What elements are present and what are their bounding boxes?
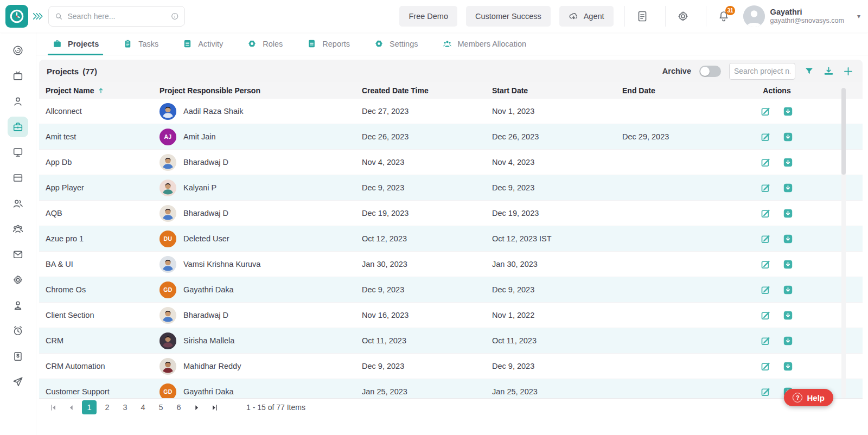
page-button-1[interactable]: 1 [82, 400, 97, 414]
edit-project-button[interactable] [760, 284, 771, 296]
column-created-date[interactable]: Created Date Time [362, 86, 492, 95]
sidebar-item-send[interactable] [8, 372, 28, 392]
previous-page-button[interactable] [64, 400, 79, 414]
chevron-down-icon[interactable]: ▾ [857, 12, 860, 20]
tab-settings[interactable]: Settings [374, 33, 418, 55]
tab-projects[interactable]: Projects [52, 33, 99, 55]
created-date: Jan 30, 2023 [362, 260, 492, 268]
free-demo-button[interactable]: Free Demo [399, 6, 457, 27]
tv-icon [12, 70, 24, 82]
scrollbar-thumb[interactable] [841, 88, 846, 175]
edit-project-button[interactable] [760, 361, 771, 372]
edit-project-button[interactable] [760, 335, 771, 347]
tab-reports[interactable]: Reports [307, 33, 350, 55]
table-row[interactable]: BA & UIVamsi Krishna KuruvaJan 30, 2023J… [39, 252, 863, 277]
sidebar-item-team[interactable] [8, 219, 28, 239]
sidebar-item-people[interactable] [8, 193, 28, 214]
user-menu[interactable]: Gayathri gayathri@snovasys.com ▾ [743, 5, 860, 27]
edit-project-button[interactable] [760, 182, 771, 194]
next-page-button[interactable] [189, 400, 204, 414]
sidebar-item-tracker[interactable] [8, 40, 28, 61]
archive-project-button[interactable] [782, 361, 794, 372]
edit-project-button[interactable] [760, 233, 771, 245]
page-button-3[interactable]: 3 [118, 400, 132, 414]
sidebar-item-mail[interactable] [8, 244, 28, 265]
sidebar-item-alarm[interactable] [8, 321, 28, 341]
tab-activity[interactable]: Activity [182, 33, 223, 55]
gear-icon[interactable] [676, 10, 690, 23]
customer-success-button[interactable]: Customer Success [466, 6, 551, 27]
table-row[interactable]: App PlayerKalyani PDec 9, 2023Dec 9, 202… [39, 175, 863, 201]
page-button-6[interactable]: 6 [171, 400, 186, 414]
edit-project-button[interactable] [760, 208, 771, 219]
page-button-5[interactable]: 5 [154, 400, 168, 414]
sidebar-item-gear[interactable] [8, 270, 28, 290]
archive-project-button[interactable] [782, 131, 794, 143]
sidebar-expand-icon[interactable] [32, 12, 44, 21]
edit-project-button[interactable] [760, 310, 771, 321]
table-row[interactable]: App DbBharadwaj DNov 4, 2023Nov 4, 2023 [39, 150, 863, 175]
table-row[interactable]: CRM AutomationMahidhar ReddyDec 9, 2023D… [39, 354, 863, 379]
start-date: Dec 9, 2023 [492, 183, 622, 192]
notifications-bell-icon[interactable]: 31 [717, 10, 730, 23]
edit-project-button[interactable] [760, 386, 771, 398]
table-row[interactable]: Chrome OsGDGayathri DakaDec 9, 2023Dec 9… [39, 277, 863, 303]
page-button-2[interactable]: 2 [100, 400, 114, 414]
column-project-name[interactable]: Project Name [46, 86, 94, 95]
archive-project-button[interactable] [782, 106, 794, 117]
tab-roles[interactable]: Roles [247, 33, 283, 55]
table-row[interactable]: AllconnectAadil Raza ShaikDec 27, 2023No… [39, 99, 863, 124]
sidebar-item-briefcase[interactable] [8, 117, 28, 137]
table-row[interactable]: Amit testAJAmit JainDec 26, 2023Dec 26, … [39, 124, 863, 150]
sidebar-item-user-tie[interactable] [8, 295, 28, 316]
filter-icon[interactable] [803, 66, 815, 77]
avatar: DU [159, 231, 176, 247]
avatar [159, 256, 176, 273]
download-icon[interactable] [823, 66, 834, 77]
tab-tasks[interactable]: Tasks [123, 33, 158, 55]
app-logo[interactable] [5, 5, 28, 28]
archive-project-button[interactable] [782, 233, 794, 245]
archive-project-button[interactable] [782, 335, 794, 347]
archive-project-button[interactable] [782, 208, 794, 219]
person-name: Vamsi Krishna Kuruva [183, 260, 260, 268]
search-input[interactable] [68, 12, 166, 21]
first-page-button[interactable] [46, 400, 61, 414]
agent-button[interactable]: Agent [559, 6, 614, 27]
help-button[interactable]: ? Help [784, 389, 833, 406]
sidebar-item-monitor[interactable] [8, 142, 28, 163]
document-icon[interactable] [636, 10, 649, 23]
tab-members-allocation[interactable]: Members Allocation [442, 33, 527, 55]
archive-project-button[interactable] [782, 310, 794, 321]
table-row[interactable]: AQBBharadwaj DDec 19, 2023Dec 19, 2023 [39, 201, 863, 226]
sidebar-item-card[interactable] [8, 168, 28, 188]
table-row[interactable]: CRMSirisha MallelaOct 11, 2023Oct 11, 20… [39, 328, 863, 354]
archive-project-button[interactable] [782, 259, 794, 270]
info-icon[interactable] [170, 11, 180, 21]
column-responsible-person[interactable]: Project Responsible Person [159, 86, 362, 95]
archive-project-button[interactable] [782, 157, 794, 168]
edit-project-button[interactable] [760, 131, 771, 143]
vertical-scrollbar[interactable] [841, 88, 846, 398]
project-name: Allconnect [46, 107, 159, 116]
archive-project-button[interactable] [782, 284, 794, 296]
table-row[interactable]: Customer SupportGDGayathri DakaJan 25, 2… [39, 379, 863, 398]
sidebar-item-person[interactable] [8, 91, 28, 112]
sidebar-item-invoice[interactable] [8, 346, 28, 367]
sidebar-item-tv[interactable] [8, 66, 28, 86]
table-row[interactable]: Client SectionBharadwaj DNov 16, 2023Nov… [39, 303, 863, 328]
archive-toggle[interactable] [699, 66, 721, 77]
column-start-date[interactable]: Start Date [492, 86, 622, 95]
edit-project-button[interactable] [760, 157, 771, 168]
table-row[interactable]: Azue pro 1DUDeleted UserOct 12, 2023Oct … [39, 226, 863, 252]
edit-project-button[interactable] [760, 259, 771, 270]
column-end-date[interactable]: End Date [622, 86, 747, 95]
person-name: Kalyani P [183, 183, 216, 192]
archive-project-button[interactable] [782, 182, 794, 194]
cloud-download-icon [569, 11, 579, 22]
add-project-icon[interactable] [843, 66, 854, 77]
page-button-4[interactable]: 4 [136, 400, 150, 414]
edit-project-button[interactable] [760, 106, 771, 117]
project-search-input[interactable] [729, 63, 795, 80]
last-page-button[interactable] [207, 400, 222, 414]
